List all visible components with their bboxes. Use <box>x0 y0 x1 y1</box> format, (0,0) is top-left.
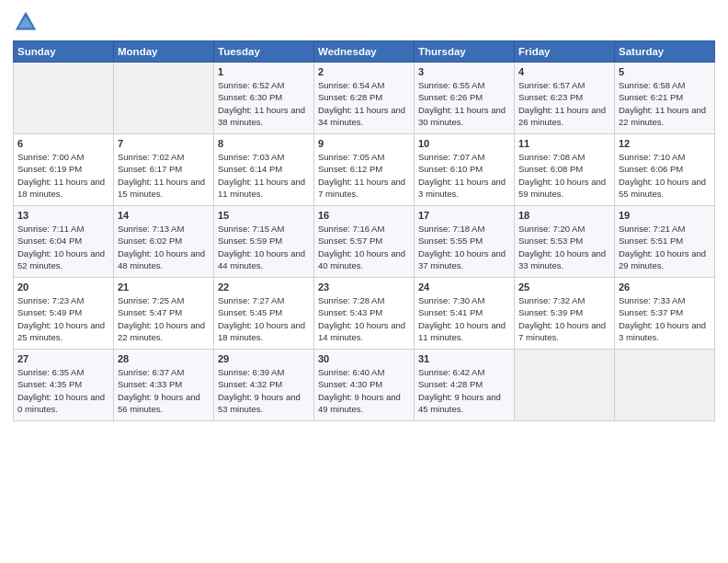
cell-info: Daylight: 10 hours and 11 minutes. <box>418 319 510 344</box>
cell-info: Sunrise: 7:08 AM <box>518 151 610 163</box>
cell-info: Sunrise: 7:03 AM <box>218 151 310 163</box>
cell-info: Sunset: 5:41 PM <box>418 306 510 318</box>
day-number: 1 <box>218 66 310 77</box>
calendar-cell: 9Sunrise: 7:05 AMSunset: 6:12 PMDaylight… <box>314 134 415 206</box>
cell-info: Sunset: 5:37 PM <box>619 306 711 318</box>
calendar-cell <box>14 63 114 134</box>
cell-info: Sunrise: 6:37 AM <box>118 366 210 378</box>
cell-info: Daylight: 9 hours and 53 minutes. <box>218 391 310 416</box>
cell-info: Daylight: 11 hours and 30 minutes. <box>418 104 510 129</box>
cell-info: Sunrise: 7:13 AM <box>118 223 210 235</box>
day-number: 6 <box>17 138 109 149</box>
cell-info: Daylight: 10 hours and 48 minutes. <box>118 247 210 272</box>
day-number: 22 <box>218 282 310 293</box>
calendar-cell: 30Sunrise: 6:40 AMSunset: 4:30 PMDayligh… <box>314 350 415 421</box>
cell-info: Sunrise: 6:57 AM <box>518 79 610 91</box>
day-number: 30 <box>318 353 410 364</box>
cell-info: Sunrise: 7:32 AM <box>518 294 610 306</box>
day-number: 4 <box>518 66 610 77</box>
cell-info: Sunrise: 6:55 AM <box>418 79 510 91</box>
cell-info: Sunset: 6:26 PM <box>418 91 510 103</box>
day-header-friday: Friday <box>515 41 615 63</box>
cell-info: Sunrise: 6:35 AM <box>17 366 109 378</box>
day-number: 18 <box>518 210 610 221</box>
calendar-cell: 26Sunrise: 7:33 AMSunset: 5:37 PMDayligh… <box>615 278 715 350</box>
cell-info: Daylight: 11 hours and 34 minutes. <box>318 104 410 129</box>
day-number: 5 <box>619 66 711 77</box>
cell-info: Daylight: 11 hours and 3 minutes. <box>418 176 510 201</box>
calendar-cell: 25Sunrise: 7:32 AMSunset: 5:39 PMDayligh… <box>515 278 615 350</box>
calendar-cell <box>615 350 715 421</box>
cell-info: Daylight: 11 hours and 7 minutes. <box>318 176 410 201</box>
cell-info: Daylight: 10 hours and 52 minutes. <box>17 247 109 272</box>
cell-info: Daylight: 10 hours and 40 minutes. <box>318 247 410 272</box>
cell-info: Sunset: 5:59 PM <box>218 235 310 247</box>
day-number: 20 <box>17 282 109 293</box>
cell-info: Sunrise: 7:07 AM <box>418 151 510 163</box>
calendar-header: SundayMondayTuesdayWednesdayThursdayFrid… <box>14 41 715 63</box>
day-header-sunday: Sunday <box>14 41 114 63</box>
day-number: 11 <box>518 138 610 149</box>
cell-info: Daylight: 10 hours and 3 minutes. <box>619 319 711 344</box>
cell-info: Sunrise: 7:02 AM <box>118 151 210 163</box>
day-number: 26 <box>619 282 711 293</box>
week-row-4: 20Sunrise: 7:23 AMSunset: 5:49 PMDayligh… <box>14 278 715 350</box>
cell-info: Sunset: 4:28 PM <box>418 378 510 390</box>
calendar-cell: 1Sunrise: 6:52 AMSunset: 6:30 PMDaylight… <box>214 63 314 134</box>
calendar-cell: 22Sunrise: 7:27 AMSunset: 5:45 PMDayligh… <box>214 278 314 350</box>
cell-info: Sunrise: 7:16 AM <box>318 223 410 235</box>
cell-info: Sunrise: 7:30 AM <box>418 294 510 306</box>
week-row-5: 27Sunrise: 6:35 AMSunset: 4:35 PMDayligh… <box>14 350 715 421</box>
cell-info: Daylight: 10 hours and 37 minutes. <box>418 247 510 272</box>
cell-info: Daylight: 11 hours and 18 minutes. <box>17 176 109 201</box>
cell-info: Sunset: 6:19 PM <box>17 163 109 175</box>
cell-info: Sunrise: 6:58 AM <box>619 79 711 91</box>
cell-info: Sunset: 6:30 PM <box>218 91 310 103</box>
calendar-cell: 14Sunrise: 7:13 AMSunset: 6:02 PMDayligh… <box>114 206 214 278</box>
cell-info: Sunset: 5:57 PM <box>318 235 410 247</box>
cell-info: Sunset: 5:45 PM <box>218 306 310 318</box>
cell-info: Daylight: 11 hours and 11 minutes. <box>218 176 310 201</box>
cell-info: Sunset: 4:35 PM <box>17 378 109 390</box>
calendar-cell: 5Sunrise: 6:58 AMSunset: 6:21 PMDaylight… <box>615 63 715 134</box>
cell-info: Sunset: 6:17 PM <box>118 163 210 175</box>
cell-info: Daylight: 10 hours and 44 minutes. <box>218 247 310 272</box>
calendar-cell: 3Sunrise: 6:55 AMSunset: 6:26 PMDaylight… <box>415 63 515 134</box>
cell-info: Sunrise: 7:18 AM <box>418 223 510 235</box>
calendar-cell: 20Sunrise: 7:23 AMSunset: 5:49 PMDayligh… <box>14 278 114 350</box>
header-row: SundayMondayTuesdayWednesdayThursdayFrid… <box>14 41 715 63</box>
cell-info: Sunrise: 7:23 AM <box>17 294 109 306</box>
page-header <box>13 9 715 35</box>
cell-info: Daylight: 9 hours and 56 minutes. <box>118 391 210 416</box>
cell-info: Sunrise: 6:54 AM <box>318 79 410 91</box>
calendar-cell: 2Sunrise: 6:54 AMSunset: 6:28 PMDaylight… <box>314 63 415 134</box>
cell-info: Sunset: 5:51 PM <box>619 235 711 247</box>
day-number: 15 <box>218 210 310 221</box>
day-header-saturday: Saturday <box>615 41 715 63</box>
page-container: SundayMondayTuesdayWednesdayThursdayFrid… <box>0 0 728 429</box>
calendar-cell: 7Sunrise: 7:02 AMSunset: 6:17 PMDaylight… <box>114 134 214 206</box>
cell-info: Sunset: 4:33 PM <box>118 378 210 390</box>
cell-info: Sunrise: 7:11 AM <box>17 223 109 235</box>
cell-info: Daylight: 9 hours and 45 minutes. <box>418 391 510 416</box>
week-row-3: 13Sunrise: 7:11 AMSunset: 6:04 PMDayligh… <box>14 206 715 278</box>
cell-info: Sunset: 5:43 PM <box>318 306 410 318</box>
calendar-cell: 18Sunrise: 7:20 AMSunset: 5:53 PMDayligh… <box>515 206 615 278</box>
cell-info: Sunset: 6:14 PM <box>218 163 310 175</box>
calendar-cell: 10Sunrise: 7:07 AMSunset: 6:10 PMDayligh… <box>415 134 515 206</box>
cell-info: Daylight: 11 hours and 15 minutes. <box>118 176 210 201</box>
calendar-cell: 21Sunrise: 7:25 AMSunset: 5:47 PMDayligh… <box>114 278 214 350</box>
cell-info: Sunrise: 7:00 AM <box>17 151 109 163</box>
calendar-cell: 16Sunrise: 7:16 AMSunset: 5:57 PMDayligh… <box>314 206 415 278</box>
cell-info: Daylight: 10 hours and 33 minutes. <box>518 247 610 272</box>
logo <box>13 9 42 35</box>
day-number: 9 <box>318 138 410 149</box>
calendar-cell: 13Sunrise: 7:11 AMSunset: 6:04 PMDayligh… <box>14 206 114 278</box>
cell-info: Sunset: 5:49 PM <box>17 306 109 318</box>
day-number: 28 <box>118 353 210 364</box>
day-number: 17 <box>418 210 510 221</box>
day-number: 24 <box>418 282 510 293</box>
cell-info: Daylight: 10 hours and 59 minutes. <box>518 176 610 201</box>
day-number: 8 <box>218 138 310 149</box>
cell-info: Sunrise: 7:33 AM <box>619 294 711 306</box>
